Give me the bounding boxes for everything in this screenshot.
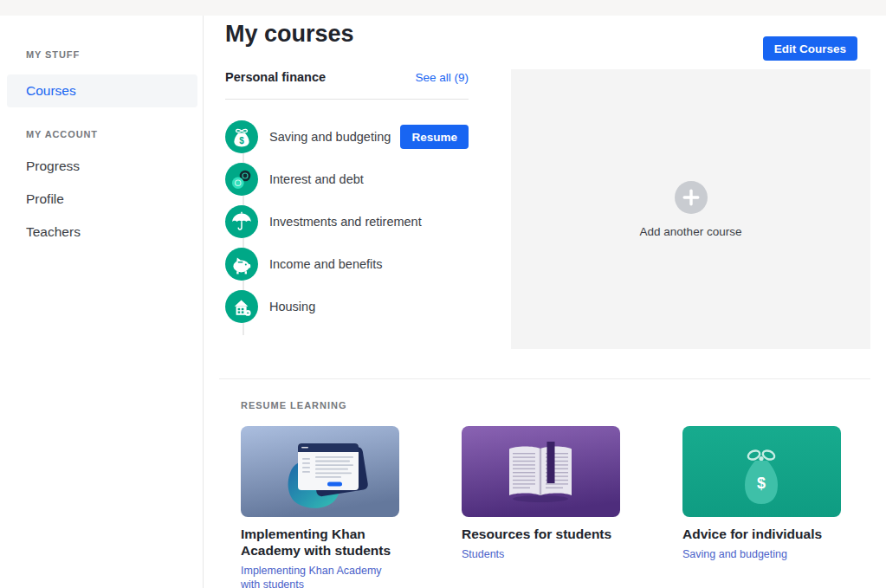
course-label: Interest and debt [269,172,364,186]
sidebar-item-progress[interactable]: Progress [26,158,80,174]
page-title: My courses [225,21,354,48]
course-label: Saving and budgeting [269,130,391,144]
top-strip [0,0,886,16]
sidebar-item-profile[interactable]: Profile [26,191,64,207]
sidebar: MY STUFF Courses MY ACCOUNT Progress Pro… [0,16,204,588]
sidebar-item-courses[interactable]: Courses [7,74,197,107]
card-title[interactable]: Resources for students [462,527,620,543]
add-another-course-tile[interactable]: Add another course [511,69,870,349]
coins-icon [225,163,258,196]
card-advice-for-individuals[interactable]: $ Advice for individuals Saving and budg… [682,426,841,588]
course-row-income-and-benefits[interactable]: Income and benefits [225,248,469,281]
open-book-illustration [462,426,620,517]
piggy-bank-icon [225,248,258,281]
course-row-saving-and-budgeting[interactable]: $ Saving and budgeting Resume [225,120,469,153]
course-row-interest-and-debt[interactable]: Interest and debt [225,163,469,196]
money-bag-illustration: $ [682,426,841,517]
card-subtitle-link[interactable]: Students [462,547,620,561]
sidebar-section-my-account: MY ACCOUNT [26,129,98,139]
sidebar-item-teachers[interactable]: Teachers [26,224,81,240]
money-bag-icon: $ [225,120,258,153]
card-title[interactable]: Advice for individuals [682,527,841,543]
resume-learning-heading: RESUME LEARNING [241,400,347,410]
course-list: $ Saving and budgeting Resume Interest a… [225,120,469,347]
card-implementing-khan-academy[interactable]: Implementing Khan Academy with students … [241,426,399,588]
course-label: Income and benefits [269,257,383,271]
card-title[interactable]: Implementing Khan Academy with students [241,527,399,559]
resume-learning-cards: Implementing Khan Academy with students … [241,426,841,588]
laptop-browser-illustration [241,426,399,517]
edit-courses-button[interactable]: Edit Courses [763,36,857,61]
my-courses-page: MY STUFF Courses MY ACCOUNT Progress Pro… [0,0,886,588]
umbrella-icon [225,205,258,238]
house-icon [225,290,258,323]
personal-finance-divider [225,99,469,100]
svg-text:$: $ [757,475,766,492]
course-row-housing[interactable]: Housing [225,290,469,323]
plus-icon [675,181,708,214]
section-divider [219,378,870,379]
course-label: Investments and retirement [269,215,422,229]
sidebar-section-my-stuff: MY STUFF [26,49,80,60]
course-row-investments-and-retirement[interactable]: Investments and retirement [225,205,469,238]
card-subtitle-link[interactable]: Implementing Khan Academy with students [241,564,399,588]
personal-finance-header: Personal finance See all (9) [225,70,469,84]
see-all-link[interactable]: See all (9) [415,71,469,84]
sidebar-item-courses-label: Courses [26,83,76,99]
card-resources-for-students[interactable]: Resources for students Students [462,426,620,588]
card-subtitle-link[interactable]: Saving and budgeting [682,547,841,561]
svg-text:$: $ [239,136,244,145]
resume-button[interactable]: Resume [400,125,469,149]
add-another-course-label: Add another course [640,225,742,238]
course-label: Housing [269,300,315,313]
personal-finance-title: Personal finance [225,70,326,84]
